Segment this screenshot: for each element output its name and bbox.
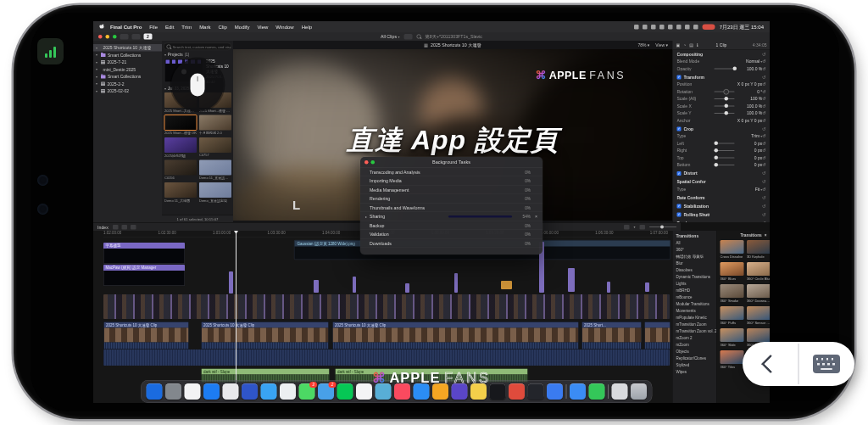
playhead[interactable] (236, 231, 236, 388)
keyword-editor-button[interactable] (132, 34, 141, 40)
transition-thumbnail[interactable] (721, 306, 744, 320)
secondary-audio-row[interactable] (103, 350, 670, 366)
inspector-row[interactable]: ✓ Type Trim ↺ (673, 132, 771, 140)
parameter-control[interactable] (709, 211, 736, 219)
reset-icon[interactable]: ↺ (762, 187, 765, 192)
inspector-row[interactable]: ✓ Bottom 0 px ↺ (673, 161, 771, 169)
transition-item[interactable]: Cross Dissolve (721, 240, 744, 259)
inspector-row[interactable]: ✓ Anchor X 0 px Y 0 px ↺ (673, 117, 771, 125)
minimize-window-button[interactable] (106, 35, 110, 39)
video-inspector-tab-icon[interactable]: ▣ (676, 42, 681, 48)
parameter-control[interactable] (706, 194, 736, 202)
storyline-clip[interactable] (644, 322, 670, 350)
transition-category[interactable]: mPopulate Kinetic (673, 315, 717, 322)
parameter-value[interactable]: 0 px (736, 155, 762, 160)
browser-clip[interactable]: 2025搶先體驗 (164, 137, 197, 158)
parameter-value[interactable]: Trim (736, 134, 762, 139)
viewer-view-dropdown[interactable]: View ▾ (655, 42, 668, 48)
transition-thumbnail[interactable] (721, 284, 744, 298)
checkbox-icon[interactable]: ✓ (677, 126, 682, 131)
transition-category[interactable]: 360° (673, 247, 717, 254)
reset-icon[interactable]: ↺ (762, 103, 765, 109)
checkbox-icon[interactable]: ✓ (677, 75, 682, 79)
screen-recording-indicator[interactable] (703, 24, 715, 30)
reset-icon[interactable]: ↺ (762, 89, 765, 94)
clip-thumbnail[interactable] (199, 182, 231, 198)
reset-icon[interactable]: ↺ (762, 155, 765, 160)
reset-icon[interactable]: ↺ (762, 52, 766, 58)
reset-icon[interactable]: ↺ (762, 221, 766, 223)
index-button[interactable]: Index (97, 225, 108, 230)
status-icon[interactable] (693, 25, 698, 30)
parameter-control[interactable] (713, 95, 737, 103)
transition-category[interactable]: mZoom (673, 342, 717, 349)
parameter-value[interactable]: 100.0 % (736, 103, 762, 109)
transition-thumbnail[interactable] (747, 306, 770, 320)
transition-category[interactable]: Movements (673, 308, 717, 315)
background-tasks-badge[interactable]: 2 (144, 34, 153, 40)
apple-menu-icon[interactable] (99, 24, 105, 31)
browser-clip[interactable]: Demo 11_大縮圖 (164, 182, 197, 203)
library-item[interactable]: ▾ Smart Collections (93, 52, 162, 59)
transition-category[interactable]: Blur (673, 260, 717, 267)
transition-thumbnail[interactable] (747, 240, 770, 254)
connect-tool-icon[interactable] (113, 225, 119, 230)
transition-category[interactable]: All (673, 240, 717, 247)
background-tasks-window[interactable]: Background Tasks ▸ Transcoding and Analy… (360, 157, 542, 254)
transition-item[interactable]: 360° Sensor Wipe (747, 306, 770, 325)
menubar-clock[interactable]: 7月23日 週三 15:04 (720, 23, 764, 31)
snapping-magnet-icon[interactable] (640, 225, 646, 230)
library-item[interactable]: ▾ mini_Destin 2025 (93, 66, 162, 74)
transition-item[interactable]: 360° Blurs (721, 262, 744, 281)
transition-item[interactable]: 3D Keyhole (747, 240, 770, 259)
inspector-row[interactable]: ✓ Transform ↺ (673, 74, 771, 81)
inspector-row[interactable]: ✓ Rate Conform ↺ (673, 194, 771, 202)
close-icon[interactable] (364, 160, 369, 165)
parameter-control[interactable] (713, 154, 737, 162)
storyline-clip[interactable]: 2025 Shortcuts 10 大連發 Clip (103, 322, 189, 350)
reset-icon[interactable]: ↺ (762, 163, 765, 168)
transition-category[interactable]: Objects (673, 349, 717, 355)
inspector-row[interactable]: ✓ Opacity 100.0 % ↺ (673, 65, 771, 73)
search-icon[interactable] (416, 35, 420, 39)
reset-icon[interactable]: ↺ (762, 59, 765, 64)
transition-category[interactable]: mTransition Zoom vol. 2 (673, 328, 717, 335)
parameter-control[interactable] (713, 132, 737, 140)
menu-item[interactable]: Edit (162, 24, 178, 30)
reset-icon[interactable]: ↺ (762, 148, 765, 154)
parameter-control[interactable] (706, 51, 736, 59)
storyline-clip[interactable]: 2025 Short... (581, 322, 642, 350)
parameter-control[interactable] (709, 74, 736, 81)
transition-thumbnail[interactable] (721, 328, 744, 342)
clip-thumbnail[interactable] (164, 182, 197, 198)
inspector-row[interactable]: ✓ Spatial Conform ↺ (673, 178, 771, 186)
inspector-row[interactable]: ✓ Distort ↺ (673, 170, 771, 177)
status-icon[interactable] (643, 25, 648, 30)
reset-icon[interactable]: ↺ (762, 75, 766, 81)
menu-item[interactable]: Trim (178, 24, 196, 30)
reset-icon[interactable]: ↺ (762, 134, 765, 139)
transition-thumbnail[interactable] (747, 328, 770, 342)
dock-app-icon[interactable] (566, 384, 567, 399)
reset-icon[interactable]: ↺ (762, 118, 765, 123)
clip-thumbnail[interactable] (199, 115, 231, 131)
parameter-value[interactable]: 100.0 % (736, 66, 762, 71)
menu-item[interactable]: Help (298, 24, 315, 30)
zoom-icon[interactable] (371, 160, 376, 165)
disclosure-icon[interactable]: ▾ (96, 46, 99, 50)
reset-icon[interactable]: ↺ (762, 66, 765, 71)
parameter-control[interactable] (713, 161, 737, 169)
inspector-row[interactable]: ✓ Scale Y 100.0 % ↺ (673, 109, 771, 117)
connected-clips-row[interactable] (103, 294, 670, 319)
title-clip[interactable]: 字幕標題 (103, 243, 185, 264)
reset-icon[interactable]: ↺ (762, 179, 766, 185)
dock-app-icon[interactable] (608, 384, 609, 399)
parameter-control[interactable] (706, 220, 736, 223)
transition-category[interactable]: mTransition Zoom (673, 322, 717, 328)
reset-icon[interactable]: ↺ (762, 97, 765, 102)
parameter-value[interactable]: 0 ° (736, 89, 762, 94)
disclosure-icon[interactable]: ▾ (96, 68, 99, 72)
status-icon[interactable] (685, 25, 690, 30)
transition-category[interactable]: mBRHD (673, 288, 717, 294)
browser-clip[interactable]: 2025 Short...連發 OK (164, 115, 197, 136)
